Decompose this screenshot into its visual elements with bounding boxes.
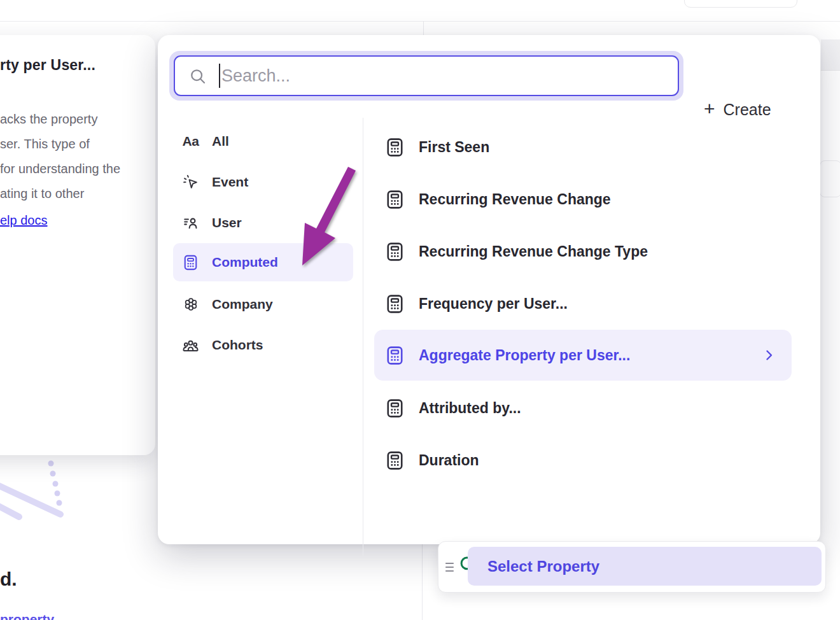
calculator-icon xyxy=(182,254,199,271)
column-divider-top xyxy=(423,21,424,35)
modal-column-divider xyxy=(363,118,363,556)
text-cursor xyxy=(219,64,220,88)
calculator-icon xyxy=(384,137,405,158)
cohorts-icon xyxy=(182,337,199,354)
plus-icon: + xyxy=(704,99,715,118)
property-frequency-per-user[interactable]: Frequency per User... xyxy=(374,285,792,323)
create-button-label: Create xyxy=(724,101,771,119)
search-input[interactable] xyxy=(175,57,678,95)
calculator-icon xyxy=(384,241,405,262)
column-divider-bottom xyxy=(422,544,423,620)
property-picker-modal: + Create Aa All Event User xyxy=(158,35,820,544)
select-property-bar: Select Property xyxy=(438,541,826,593)
category-computed[interactable]: Computed xyxy=(173,243,353,281)
calculator-icon xyxy=(384,450,405,471)
property-duration[interactable]: Duration xyxy=(374,441,792,479)
help-docs-link[interactable]: elp docs xyxy=(0,213,48,228)
category-all[interactable]: Aa All xyxy=(173,123,353,159)
calculator-icon xyxy=(384,345,405,366)
background-link-fragment: property xyxy=(0,612,70,620)
property-attributed-by[interactable]: Attributed by... xyxy=(374,389,792,427)
drag-handle-icon[interactable] xyxy=(444,558,458,579)
company-icon xyxy=(182,296,199,313)
create-button[interactable]: + Create xyxy=(704,95,771,124)
search-box[interactable] xyxy=(174,55,679,96)
property-aggregate-property-per-user[interactable]: Aggregate Property per User... xyxy=(374,330,792,381)
background-button-edge xyxy=(684,0,797,8)
search-focus-ring xyxy=(169,51,683,101)
calculator-icon xyxy=(384,189,405,210)
background-card-edge xyxy=(820,160,840,197)
category-user[interactable]: User xyxy=(173,205,353,241)
background-heading-fragment: d. xyxy=(0,568,17,590)
page-header-divider xyxy=(0,21,840,22)
property-first-seen[interactable]: First Seen xyxy=(374,128,792,166)
user-list-icon xyxy=(182,215,199,232)
tooltip-body: acks the property ser. This type of for … xyxy=(0,107,144,206)
property-recurring-revenue-change-type[interactable]: Recurring Revenue Change Type xyxy=(374,232,792,271)
background-gray-panel xyxy=(821,39,840,71)
category-cohorts[interactable]: Cohorts xyxy=(173,327,353,363)
category-event[interactable]: Event xyxy=(173,164,353,200)
chevron-right-icon xyxy=(761,348,776,363)
select-property-button[interactable]: Select Property xyxy=(468,547,822,586)
calculator-icon xyxy=(384,398,405,419)
aa-text-icon: Aa xyxy=(182,133,199,150)
calculator-icon xyxy=(384,293,405,314)
property-help-tooltip: rty per User... acks the property ser. T… xyxy=(0,35,155,455)
property-recurring-revenue-change[interactable]: Recurring Revenue Change xyxy=(374,180,792,218)
category-company[interactable]: Company xyxy=(173,286,353,322)
event-click-icon xyxy=(182,174,199,191)
tooltip-title: rty per User... xyxy=(0,57,144,74)
